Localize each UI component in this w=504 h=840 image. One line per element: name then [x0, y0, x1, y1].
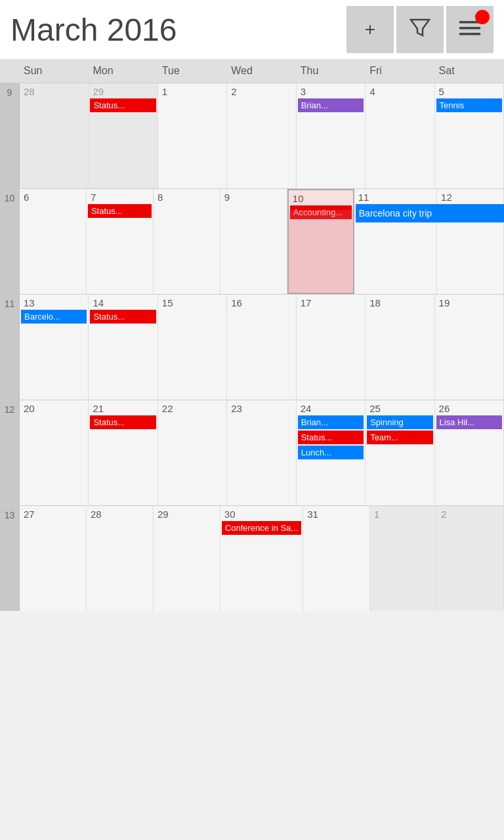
day-num-w4-d1: 28 — [88, 507, 152, 521]
day-cell-w1-d1[interactable]: 7Status... — [87, 189, 154, 294]
day-cell-w2-d6[interactable]: 19 — [435, 295, 504, 400]
day-cell-w1-d2[interactable]: 8 — [154, 189, 220, 294]
day-num-w3-d5: 25 — [367, 402, 432, 415]
day-cell-w0-d1[interactable]: 29Status... — [89, 83, 158, 188]
week-num-2: 11 — [0, 295, 20, 400]
day-cell-w4-d6[interactable]: 2 — [437, 506, 504, 611]
day-cell-w1-d4[interactable]: 10Accounting... — [287, 189, 354, 294]
day-cell-w3-d6[interactable]: 26Lisa Hil... — [435, 400, 504, 505]
week-num-header — [0, 59, 20, 83]
day-cell-w4-d3[interactable]: 30Conference in Sa... — [220, 506, 303, 611]
event-w3-d1-0[interactable]: Status... — [90, 415, 156, 429]
day-cell-w3-d2[interactable]: 22 — [158, 400, 227, 505]
day-cell-w3-d5[interactable]: 25SpinningTeam... — [366, 400, 434, 505]
day-cell-w0-d3[interactable]: 2 — [227, 83, 296, 188]
event-w2-d0-0[interactable]: Barcelo... — [21, 310, 87, 324]
week-num-4: 13 — [0, 506, 20, 611]
day-cell-w2-d0[interactable]: 13Barcelo... — [20, 295, 89, 400]
day-num-w3-d2: 22 — [159, 402, 225, 415]
week-num-1: 10 — [0, 189, 20, 294]
day-cell-w2-d5[interactable]: 18 — [366, 295, 434, 400]
day-cell-w3-d1[interactable]: 21Status... — [89, 400, 158, 505]
calendar-grid: 92829Status...123Brian...45Tennis1067Sta… — [0, 83, 504, 611]
day-cell-w1-d5[interactable]: 11Barcelona city trip — [354, 189, 437, 294]
day-num-w1-d1: 7 — [88, 190, 152, 204]
day-num-w0-d2: 1 — [159, 85, 225, 98]
day-cell-w0-d6[interactable]: 5Tennis — [435, 83, 504, 188]
day-cell-w0-d5[interactable]: 4 — [366, 83, 434, 188]
week-row-1: 1067Status...8910Accounting...11Barcelon… — [0, 188, 504, 294]
week-row-3: 122021Status...222324Brian...Status...Lu… — [0, 400, 504, 505]
week-num-0: 9 — [0, 83, 20, 188]
filter-button[interactable] — [396, 6, 444, 53]
day-header-sun: Sun — [20, 59, 89, 83]
event-w1-d5-0[interactable]: Barcelona city trip — [356, 204, 504, 222]
day-num-w3-d1: 21 — [90, 402, 156, 415]
week-row-2: 1113Barcelo...14Status...1516171819 — [0, 294, 504, 400]
day-num-w1-d5: 11 — [356, 190, 435, 204]
day-cell-w0-d2[interactable]: 1 — [158, 83, 227, 188]
day-header-mon: Mon — [89, 59, 158, 83]
day-num-w0-d4: 3 — [298, 85, 364, 98]
day-num-w3-d3: 23 — [228, 402, 294, 415]
notification-badge — [475, 10, 490, 24]
day-num-w2-d4: 17 — [298, 296, 364, 310]
event-w3-d4-2[interactable]: Lunch... — [298, 446, 364, 459]
event-w0-d6-0[interactable]: Tennis — [436, 98, 502, 112]
event-w0-d1-0[interactable]: Status... — [90, 98, 156, 112]
event-w4-d3-0[interactable]: Conference in Sa... — [222, 521, 301, 535]
toolbar: + — [346, 6, 494, 53]
day-num-w3-d4: 24 — [298, 402, 364, 415]
day-num-w1-d0: 6 — [21, 190, 85, 204]
day-cell-w4-d5[interactable]: 1 — [370, 506, 437, 611]
day-num-w4-d2: 29 — [155, 507, 219, 521]
event-w3-d6-0[interactable]: Lisa Hil... — [436, 415, 502, 429]
event-w3-d4-1[interactable]: Status... — [298, 430, 364, 444]
week-num-3: 12 — [0, 400, 20, 505]
add-button[interactable]: + — [346, 6, 394, 53]
event-w0-d4-0[interactable]: Brian... — [298, 98, 364, 112]
day-num-w2-d1: 14 — [90, 296, 156, 310]
day-cell-w3-d0[interactable]: 20 — [20, 400, 89, 505]
day-cell-w2-d1[interactable]: 14Status... — [89, 295, 158, 400]
day-cell-w3-d4[interactable]: 24Brian...Status...Lunch... — [297, 400, 366, 505]
day-num-w2-d6: 19 — [436, 296, 502, 310]
calendar-header: March 2016 + — [0, 0, 504, 59]
day-cell-w1-d0[interactable]: 6 — [20, 189, 87, 294]
day-cell-w2-d2[interactable]: 15 — [158, 295, 227, 400]
event-w1-d1-0[interactable]: Status... — [88, 204, 152, 218]
day-cell-w4-d4[interactable]: 31 — [303, 506, 370, 611]
day-cell-w3-d3[interactable]: 23 — [227, 400, 296, 505]
day-num-w2-d2: 15 — [159, 296, 225, 310]
svg-rect-2 — [459, 27, 480, 30]
day-cell-w0-d0[interactable]: 28 — [20, 83, 89, 188]
multiday-bg-thu — [289, 210, 353, 293]
menu-button[interactable] — [446, 6, 494, 53]
day-num-w1-d4: 10 — [290, 192, 352, 205]
day-cell-w0-d4[interactable]: 3Brian... — [297, 83, 366, 188]
day-header-fri: Fri — [366, 59, 434, 83]
day-num-w2-d0: 13 — [21, 296, 87, 310]
event-w3-d5-1[interactable]: Team... — [367, 430, 432, 444]
event-w3-d5-0[interactable]: Spinning — [367, 415, 432, 429]
day-num-w1-d3: 9 — [222, 190, 285, 204]
day-header-wed: Wed — [227, 59, 296, 83]
svg-rect-3 — [459, 33, 480, 35]
day-cell-w4-d0[interactable]: 27 — [20, 506, 87, 611]
event-w2-d1-0[interactable]: Status... — [90, 310, 156, 324]
week-row-0: 92829Status...123Brian...45Tennis — [0, 83, 504, 188]
day-num-w3-d6: 26 — [436, 402, 502, 415]
event-w3-d4-0[interactable]: Brian... — [298, 415, 364, 429]
day-cell-w2-d3[interactable]: 16 — [227, 295, 296, 400]
day-cell-w2-d4[interactable]: 17 — [297, 295, 366, 400]
day-cell-w1-d3[interactable]: 9 — [220, 189, 287, 294]
event-w1-d4-0[interactable]: Accounting... — [290, 205, 352, 219]
day-cell-w4-d2[interactable]: 29 — [154, 506, 220, 611]
day-headers-row: Sun Mon Tue Wed Thu Fri Sat — [0, 59, 504, 83]
day-header-tue: Tue — [158, 59, 227, 83]
day-num-w4-d6: 2 — [438, 507, 502, 521]
day-num-w0-d3: 2 — [228, 85, 294, 98]
day-cell-w4-d1[interactable]: 28 — [87, 506, 154, 611]
day-num-w1-d6: 12 — [438, 190, 502, 204]
day-num-w2-d5: 18 — [367, 296, 432, 310]
